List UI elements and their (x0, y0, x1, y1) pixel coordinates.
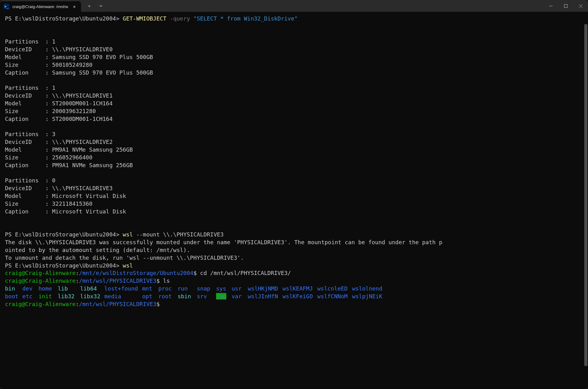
bash-cmd: cd /mnt/wsl/PHYSICALDRIVE3/ (197, 270, 291, 276)
ls-entry: etc (22, 293, 38, 300)
cmdlet-name: GET-WMIOBJECT (123, 15, 166, 22)
close-button[interactable] (573, 0, 588, 12)
ls-entry: bin (5, 285, 22, 293)
ls-entry: media (104, 293, 142, 300)
ls-entry: usr (232, 285, 248, 293)
ls-output-row: bindevhomeliblib64lost+foundmntprocrunsn… (5, 285, 383, 292)
ls-entry: root (158, 293, 178, 300)
scrollbar[interactable] (584, 12, 588, 389)
ls-entry: snap (197, 285, 216, 293)
new-tab-button[interactable]: ＋ (84, 1, 95, 11)
ls-entry: dev (22, 285, 38, 293)
ls-entry: var (232, 293, 248, 300)
ps-prompt-path: E:\wslDistroStorage\Ubuntu2004 (15, 15, 116, 22)
ls-entry: mnt (142, 285, 158, 293)
terminal-tab[interactable]: >_ craig@Craig-Alienware: /mnt/w ✕ (0, 1, 81, 12)
ls-output-row: bootetcinitlib32libx32mediaoptrootsbinsr… (5, 293, 383, 300)
mount-output: To unmount and detach the disk, run 'wsl… (5, 254, 244, 261)
ls-entry: home (38, 285, 58, 293)
ls-entry: opt (142, 293, 158, 300)
bash-cwd: /mnt/e/wslDistroStorage/Ubuntu2004 (79, 270, 193, 276)
cmd-args: --mount \\.\PHYSICALDRIVE3 (133, 231, 224, 238)
bash-user-host: craig@Craig-Alienware (5, 277, 76, 284)
ls-entry: boot (5, 293, 22, 300)
ps-prompt-path: E:\wslDistroStorage\Ubuntu2004 (15, 231, 116, 238)
bash-colon: : (76, 277, 79, 284)
ps-prompt-prefix: PS (5, 231, 15, 238)
ls-entry: lost+found (104, 285, 142, 293)
cmdlet-name: wsl (123, 262, 133, 269)
mount-output: The disk \\.\PHYSICALDRIVE3 was successf… (5, 239, 442, 245)
ps-prompt-prefix: PS (5, 15, 15, 22)
ps-prompt-arrow: > (116, 231, 123, 238)
bash-dollar: $ (193, 270, 197, 276)
ls-entry: wslJInHfN (248, 293, 283, 300)
cmdlet-arg: "SELECT * from Win32_DiskDrive" (193, 15, 298, 22)
minimize-button[interactable] (543, 0, 558, 12)
window-controls (543, 0, 588, 12)
tab-actions: ＋ (81, 0, 106, 12)
bash-cwd: /mnt/wsl/PHYSICALDRIVE3 (79, 301, 156, 307)
ls-entry: wslcnleED (317, 285, 352, 293)
ps-prompt-arrow: > (116, 15, 123, 22)
titlebar-drag-region[interactable] (106, 0, 543, 12)
titlebar: >_ craig@Craig-Alienware: /mnt/w ✕ ＋ (0, 0, 588, 12)
ps-prompt-path: E:\wslDistroStorage\Ubuntu2004 (15, 262, 116, 269)
ls-entry: run (178, 285, 197, 293)
ls-entry: wslfCNNoM (317, 293, 352, 300)
bash-dollar: $ (156, 301, 160, 307)
terminal-pane[interactable]: PS E:\wslDistroStorage\Ubuntu2004> GET-W… (0, 12, 588, 389)
ls-entry: wslolnend (352, 285, 383, 293)
ls-entry: wslpjNEiK (352, 293, 383, 300)
bash-user-host: craig@Craig-Alienware (5, 301, 76, 307)
tab-dropdown-button[interactable] (95, 1, 106, 11)
ls-entry: lib (58, 285, 80, 293)
bash-cmd: ls (160, 277, 170, 284)
ps-prompt-arrow: > (116, 262, 123, 269)
powershell-icon: >_ (4, 4, 9, 9)
ls-entry: tmp (216, 293, 232, 300)
bash-cwd: /mnt/wsl/PHYSICALDRIVE3 (79, 277, 156, 284)
bash-colon: : (76, 301, 79, 307)
ls-entry: wslKEAFMJ (283, 285, 317, 293)
svg-rect-0 (564, 4, 567, 7)
ps-prompt-prefix: PS (5, 262, 15, 269)
close-icon (579, 4, 582, 8)
scroll-thumb[interactable] (584, 24, 587, 366)
bash-dollar: $ (156, 277, 160, 284)
ls-entry: init (38, 293, 58, 300)
ls-entry: proc (158, 285, 178, 293)
mount-output: ointed to by the automount setting (defa… (5, 247, 190, 253)
ls-entry: wslKFeiGO (283, 293, 317, 300)
cmdlet-flag: -query (166, 15, 193, 22)
minimize-icon (549, 4, 553, 8)
bash-colon: : (76, 270, 79, 276)
ls-entry: sys (216, 285, 232, 293)
wmi-output: Partitions : 1 DeviceID : \\.\PHYSICALDR… (5, 38, 153, 214)
tab-close-button[interactable]: ✕ (71, 3, 77, 10)
ls-entry: wslHKjNMD (248, 285, 283, 293)
cmdlet-name: wsl (123, 231, 133, 238)
bash-user-host: craig@Craig-Alienware (5, 270, 76, 276)
ls-entry: sbin (178, 293, 197, 300)
ls-entry: lib32 (58, 293, 80, 300)
tab-title: craig@Craig-Alienware: /mnt/w (12, 4, 68, 9)
ls-entry: lib64 (80, 285, 104, 293)
chevron-down-icon (99, 4, 103, 8)
maximize-icon (564, 4, 568, 8)
ls-entry: libx32 (80, 293, 104, 300)
maximize-button[interactable] (558, 0, 573, 12)
ls-entry: srv (197, 293, 216, 300)
